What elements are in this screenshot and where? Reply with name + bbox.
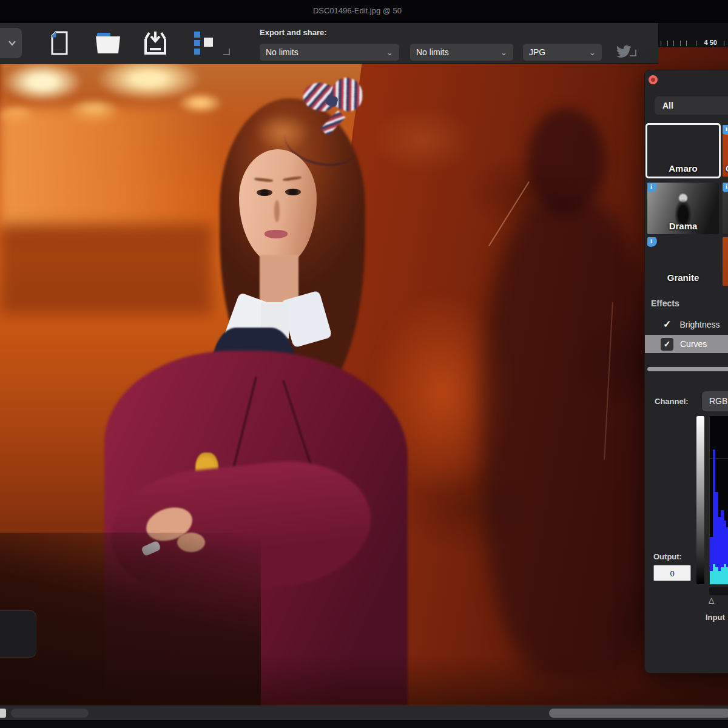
horizontal-scrollbar-thumb[interactable] [549, 709, 728, 718]
bottom-scrollbar-area [0, 706, 728, 721]
tool-popup-stub[interactable] [0, 610, 36, 658]
photo-woman-eye-left [257, 189, 272, 196]
chevron-down-icon [7, 39, 17, 47]
input-slider-marker[interactable]: △ [709, 596, 714, 604]
window-title: DSC01496-Edit.jpg @ 50 [0, 6, 715, 15]
info-badge-icon[interactable]: i [723, 183, 728, 192]
photo-woman-hand [142, 502, 197, 547]
effects-scrollbar[interactable] [647, 367, 728, 371]
input-slider-track[interactable] [709, 587, 728, 595]
photo-woman-collar-right [280, 290, 332, 348]
info-badge-icon[interactable]: i [647, 237, 657, 247]
photo-woman-neck [260, 255, 298, 312]
chevron-down-icon: ⌄ [500, 49, 507, 56]
new-document-button[interactable] [44, 29, 78, 57]
filter-thumbnail-Amaro[interactable]: Amaro [647, 125, 719, 177]
bottom-left-glyph[interactable] [0, 709, 6, 718]
format-dropdown[interactable]: JPG ⌄ [523, 44, 602, 61]
photo-base [0, 47, 728, 706]
photo-reflection-body [482, 199, 661, 678]
photo-woman-brow-right [283, 176, 302, 181]
batch-button[interactable] [187, 29, 221, 57]
tool-mode-dropdown[interactable] [0, 28, 22, 58]
ruler-strip: 4 50 [658, 23, 728, 47]
filter-thumbnail-Granite[interactable]: iGranite [647, 237, 719, 286]
photo-woman-crossed-arms [104, 453, 377, 604]
quality-limit-dropdown[interactable]: No limits ⌄ [410, 44, 513, 61]
effect-row-brightness[interactable]: ✓Brightness [645, 315, 728, 334]
photo-woman-lapel-right [282, 380, 317, 482]
photo-wall-glow [340, 248, 546, 539]
toolbar-group-corner [223, 49, 230, 55]
filter-thumbnail-C[interactable]: iC [723, 125, 728, 177]
photo-wall-scratch [488, 181, 530, 246]
filter-thumbnail-label: Drama [647, 221, 719, 231]
photo-corridor-glow [0, 108, 224, 229]
export-tray-icon [138, 29, 172, 57]
photo-woman-fingers [177, 533, 205, 552]
channel-label: Channel: [655, 397, 689, 406]
photo-woman-eye-right [285, 189, 301, 195]
photo-woman-blazer [104, 351, 408, 706]
photo-wall-texture [0, 47, 728, 706]
input-label: Input [706, 613, 725, 622]
photo-woman-nose-shadow [274, 200, 280, 222]
photo-woman-lips [265, 230, 288, 238]
ruler-tick [724, 41, 724, 46]
ruler-label: 4 50 [704, 39, 717, 46]
photo-bottom-shade [0, 654, 728, 706]
info-badge-icon[interactable]: i [647, 183, 657, 192]
filter-thumbnail-Drama[interactable]: iDrama [647, 183, 719, 234]
ruler-tick [673, 41, 674, 46]
photo-woman-emblem [195, 453, 218, 490]
chevron-down-icon: ⌄ [589, 49, 596, 56]
photo-woman-collar-left [224, 292, 275, 350]
output-field[interactable]: 0 [653, 565, 691, 581]
ruler-tick [680, 41, 681, 46]
effect-checkbox[interactable]: ✓ [661, 338, 673, 351]
photo-canvas[interactable] [0, 47, 728, 706]
filter-thumbnail-partial[interactable] [723, 237, 728, 286]
photo-woman-brow-left [254, 177, 273, 182]
effect-label: Brightness [679, 320, 720, 329]
effect-checkbox[interactable]: ✓ [663, 320, 671, 329]
filter-thumbnail-label: C [723, 163, 728, 174]
batch-icon [187, 29, 221, 57]
photo-woman-bracelet [141, 541, 161, 557]
photo-ceiling-lights [0, 47, 425, 205]
output-label: Output: [653, 552, 682, 561]
effect-row-curves[interactable]: ✓Curves [645, 335, 728, 353]
photo-corridor-shadow-band [0, 223, 212, 314]
new-document-icon [44, 29, 78, 57]
bottom-edge-strip [0, 720, 728, 728]
panel-close-button[interactable] [649, 75, 658, 84]
size-limit-dropdown[interactable]: No limits ⌄ [260, 44, 399, 61]
quality-limit-value: No limits [416, 47, 449, 57]
filter-category-dropdown[interactable]: All [655, 96, 728, 115]
toolbar-group-corner [630, 50, 636, 56]
bottom-left-pill[interactable] [11, 709, 89, 718]
filter-thumbnail-label: Amaro [647, 163, 719, 174]
open-folder-button[interactable] [91, 29, 125, 57]
info-badge-icon[interactable]: i [723, 125, 728, 135]
ruler-tick [661, 41, 661, 46]
photo-reflection-head [527, 108, 605, 214]
size-limit-value: No limits [266, 47, 298, 57]
curves-gradient-bar [696, 416, 704, 584]
photo-woman-face [239, 149, 317, 266]
photo-woman-sweater [211, 328, 296, 470]
export-share-label: Export and share: [260, 28, 327, 37]
photo-woman-collar-center [261, 302, 289, 339]
filter-thumbnail-partial[interactable]: i [723, 183, 728, 234]
channel-select-button[interactable]: RGB [702, 391, 728, 411]
histogram-bars [710, 416, 728, 584]
curves-histogram[interactable] [709, 416, 728, 585]
photo-vignette [0, 47, 728, 706]
photo-woman-lapel-left [228, 376, 258, 485]
photo-wall [0, 47, 728, 706]
photo-woman-hair-shine [241, 104, 323, 160]
export-button[interactable] [138, 29, 172, 57]
effects-section-title: Effects [651, 298, 679, 308]
main-toolbar: Export and share: No limits ⌄ No limits … [0, 23, 658, 64]
filter-thumbnail-label: Granite [647, 272, 719, 283]
